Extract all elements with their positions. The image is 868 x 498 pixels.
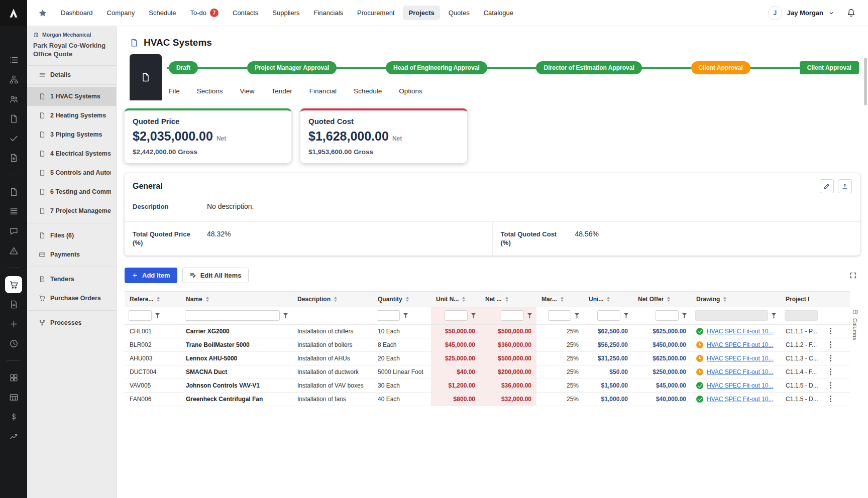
file-import-icon[interactable] bbox=[5, 149, 22, 166]
column-header-drawing[interactable]: Drawing bbox=[691, 292, 781, 307]
workflow-step-draft[interactable]: Draft bbox=[169, 61, 198, 74]
column-header-unit-net[interactable]: Unit N... bbox=[431, 292, 480, 307]
nav-contacts[interactable]: Contacts bbox=[227, 6, 264, 20]
sidebar-item-processes[interactable]: Processes bbox=[27, 313, 116, 332]
column-header-margin[interactable]: Mar... bbox=[536, 292, 584, 307]
nav-schedule[interactable]: Schedule bbox=[143, 6, 181, 20]
analytics-trend-icon[interactable] bbox=[5, 428, 22, 445]
column-header-project[interactable]: Project I bbox=[781, 292, 822, 307]
edit-all-items-button[interactable]: Edit All Items bbox=[182, 268, 249, 283]
sidebar-item-payments[interactable]: Payments bbox=[27, 245, 116, 264]
sidebar-section-piping-systems[interactable]: 3 Piping Systems bbox=[27, 125, 116, 144]
filter-funnel-icon[interactable] bbox=[403, 313, 408, 319]
workflow-step-director-of-estimation-approval[interactable]: Director of Estimation Approval bbox=[536, 61, 641, 74]
column-header-net-cost[interactable]: Net ... bbox=[480, 292, 536, 307]
drawing-link[interactable]: HVAC SPEC Fit-out 10... bbox=[707, 328, 774, 335]
section-tab-active[interactable] bbox=[130, 54, 162, 100]
row-menu-kebab-icon[interactable] bbox=[830, 330, 831, 332]
menu-options[interactable]: Options bbox=[399, 87, 422, 95]
nav-procurement[interactable]: Procurement bbox=[352, 6, 400, 20]
cart-icon[interactable] bbox=[5, 276, 22, 293]
add-plus-icon[interactable] bbox=[5, 315, 22, 332]
invoice-icon[interactable] bbox=[5, 296, 22, 313]
columns-panel-toggle[interactable]: Columns bbox=[850, 291, 860, 406]
sidebar-section-hvac-systems[interactable]: 1 HVAC Systems bbox=[27, 87, 116, 106]
fullscreen-expand-button[interactable] bbox=[846, 268, 860, 282]
menu-view[interactable]: View bbox=[240, 87, 255, 95]
sort-icon[interactable] bbox=[723, 297, 726, 302]
unit-offer-filter-input[interactable] bbox=[597, 310, 620, 321]
sitemap-icon[interactable] bbox=[5, 71, 22, 88]
user-menu-chevron-down-icon[interactable] bbox=[828, 10, 834, 16]
list-rows-icon[interactable] bbox=[5, 203, 22, 220]
app-logo[interactable] bbox=[0, 0, 27, 26]
menu-sections[interactable]: Sections bbox=[197, 87, 223, 95]
drawing-link[interactable]: HVAC SPEC Fit-out 10... bbox=[707, 382, 774, 389]
sort-icon[interactable] bbox=[406, 297, 409, 302]
row-menu-kebab-icon[interactable] bbox=[830, 385, 831, 386]
filter-funnel-icon[interactable] bbox=[527, 313, 532, 319]
sort-icon[interactable] bbox=[334, 297, 337, 302]
sort-icon[interactable] bbox=[206, 297, 209, 302]
sort-icon[interactable] bbox=[157, 297, 160, 302]
sidebar-item-details[interactable]: Details bbox=[27, 66, 116, 85]
favorites-star-icon[interactable] bbox=[38, 9, 47, 18]
chat-icon[interactable] bbox=[5, 222, 22, 239]
drawing-link[interactable]: HVAC SPEC Fit-out 10... bbox=[707, 355, 774, 362]
column-header-description[interactable]: Description bbox=[292, 292, 373, 307]
menu-financial[interactable]: Financial bbox=[309, 87, 337, 95]
user-name[interactable]: Jay Morgan bbox=[787, 9, 823, 17]
sidebar-item-purchase-orders[interactable]: Purchase Orders bbox=[27, 289, 116, 308]
row-menu-kebab-icon[interactable] bbox=[830, 398, 831, 400]
menu-tender[interactable]: Tender bbox=[272, 87, 292, 95]
nav-projects[interactable]: Projects bbox=[403, 6, 440, 20]
sort-icon[interactable] bbox=[607, 297, 610, 302]
nav-financials[interactable]: Financials bbox=[308, 6, 349, 20]
workflow-step-project-manager-approval[interactable]: Project Manager Approval bbox=[247, 61, 337, 74]
sidebar-section-electrical-systems[interactable]: 4 Electrical Systems bbox=[27, 144, 116, 163]
notifications-bell-icon[interactable] bbox=[846, 8, 856, 18]
row-menu-kebab-icon[interactable] bbox=[830, 357, 831, 359]
nav-quotes[interactable]: Quotes bbox=[443, 6, 475, 20]
net-offer-filter-input[interactable] bbox=[656, 310, 679, 321]
nav-dashboard[interactable]: Dashboard bbox=[55, 6, 98, 20]
export-up-button[interactable] bbox=[838, 179, 852, 193]
sidebar-section-heating-systems[interactable]: 2 Heating Systems bbox=[27, 106, 116, 125]
table-icon[interactable] bbox=[5, 389, 22, 406]
sidebar-section-testing-commissioning[interactable]: 6 Testing and Commissioning bbox=[27, 182, 116, 201]
document-icon[interactable] bbox=[5, 110, 22, 127]
finance-dollar-icon[interactable] bbox=[5, 408, 22, 425]
table-row[interactable]: CHL001 Carrier XG2000 Installation of ch… bbox=[125, 325, 850, 338]
filter-funnel-icon[interactable] bbox=[471, 313, 476, 319]
name-filter-input[interactable] bbox=[185, 310, 280, 321]
drawing-link[interactable]: HVAC SPEC Fit-out 10... bbox=[707, 396, 774, 403]
drawing-link[interactable]: HVAC SPEC Fit-out 10... bbox=[707, 368, 774, 376]
filter-funnel-icon[interactable] bbox=[771, 313, 777, 319]
edit-pencil-button[interactable] bbox=[820, 179, 834, 193]
column-header-net-offer[interactable]: Net Offer bbox=[633, 292, 691, 307]
nav-todo[interactable]: To-do 7 bbox=[184, 5, 224, 21]
sidebar-section-project-management[interactable]: 7 Project Management bbox=[27, 201, 116, 220]
column-header-reference[interactable]: Refere... bbox=[125, 292, 181, 307]
sort-icon[interactable] bbox=[505, 297, 508, 302]
add-item-button[interactable]: Add Item bbox=[125, 268, 177, 283]
people-icon[interactable] bbox=[5, 90, 22, 107]
clock-icon[interactable] bbox=[5, 335, 22, 352]
list-details-icon[interactable] bbox=[5, 51, 22, 68]
row-menu-kebab-icon[interactable] bbox=[830, 344, 831, 345]
workflow-step-client-approval-current[interactable]: Client Approval bbox=[691, 61, 750, 74]
sort-icon[interactable] bbox=[462, 297, 465, 302]
sort-icon[interactable] bbox=[561, 297, 564, 302]
filter-funnel-icon[interactable] bbox=[574, 313, 580, 319]
drawing-link[interactable]: HVAC SPEC Fit-out 10... bbox=[707, 341, 774, 348]
table-row[interactable]: FAN006 Greenheck Centrifugal Fan Install… bbox=[125, 393, 850, 406]
filter-funnel-icon[interactable] bbox=[155, 313, 160, 319]
vertical-scrollbar-thumb[interactable] bbox=[864, 58, 867, 105]
dashboard-grid-icon[interactable] bbox=[5, 369, 22, 386]
filter-funnel-icon[interactable] bbox=[283, 313, 288, 319]
quote-document-icon[interactable] bbox=[5, 183, 22, 200]
workflow-step-head-of-engineering-approval[interactable]: Head of Engineering Approval bbox=[386, 61, 487, 74]
table-row[interactable]: VAV005 Johnson Controls VAV-V1 Installat… bbox=[125, 379, 850, 393]
row-menu-kebab-icon[interactable] bbox=[830, 371, 831, 372]
table-row[interactable]: AHU003 Lennox AHU-5000 Installation of A… bbox=[125, 352, 850, 365]
